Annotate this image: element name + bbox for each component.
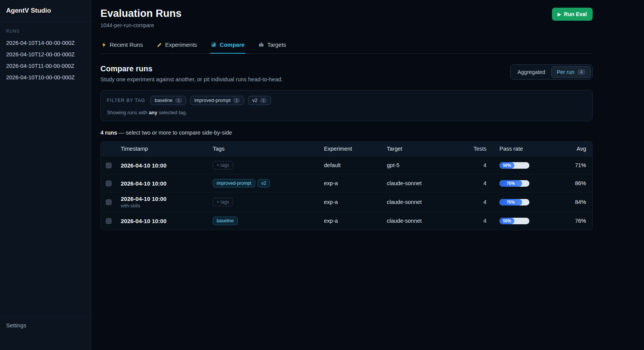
table-header-row: Timestamp Tags Experiment Target Tests P…	[101, 141, 592, 156]
sidebar: AgentV Studio RUNS 2026-04-10T14-00-00-0…	[0, 0, 91, 350]
tag-count-badge: 1	[233, 98, 240, 103]
row-checkbox[interactable]	[106, 163, 112, 168]
page-subtitle: 1044-per-run-compare	[100, 22, 182, 28]
filter-caption: Showing runs with any selected tag.	[107, 110, 586, 115]
app-title: AgentV Studio	[6, 7, 85, 15]
run-timestamp: 2026-04-10 10:00	[121, 180, 213, 187]
pass-rate-bar: 75%	[490, 180, 554, 187]
col-timestamp: Timestamp	[121, 146, 213, 152]
run-tests: 4	[468, 199, 490, 205]
runs-table: Timestamp Tags Experiment Target Tests P…	[100, 141, 593, 230]
tab-recent-runs[interactable]: Recent Runs	[100, 38, 144, 54]
tab-compare[interactable]: Compare	[210, 38, 245, 54]
table-row[interactable]: 2026-04-10 10:00 baseline exp-a claude-s…	[101, 212, 592, 230]
add-tags-button[interactable]: + tags	[213, 161, 233, 169]
run-experiment: default	[324, 162, 387, 168]
per-run-toggle-button[interactable]: Per run 4	[551, 66, 591, 78]
col-experiment: Experiment	[324, 146, 387, 152]
run-experiment: exp-a	[324, 199, 387, 205]
run-target: claude-sonnet	[387, 199, 468, 205]
pencil-icon	[157, 42, 162, 48]
run-tag-chip[interactable]: baseline	[213, 217, 238, 225]
per-run-label: Per run	[557, 69, 574, 75]
col-tests: Tests	[468, 146, 490, 152]
run-avg: 84%	[554, 199, 592, 205]
add-tags-button[interactable]: + tags	[213, 198, 233, 206]
per-run-count-badge: 4	[577, 69, 585, 75]
row-checkbox[interactable]	[106, 181, 112, 186]
run-experiment: exp-a	[324, 180, 387, 186]
filter-by-tag-label: FILTER BY TAG	[107, 98, 145, 103]
bar-chart-icon	[211, 42, 217, 48]
lightning-icon	[101, 42, 107, 48]
pass-rate-bar: 50%	[490, 218, 554, 224]
sidebar-run-item[interactable]: 2026-04-10T11-00-00-000Z	[0, 60, 91, 72]
run-avg: 86%	[554, 180, 592, 186]
pass-rate-label: 50%	[503, 163, 511, 168]
robot-icon	[258, 42, 264, 48]
runs-section-label: RUNS	[0, 22, 91, 37]
col-avg: Avg	[554, 146, 592, 152]
tag-label: improved-prompt	[194, 98, 230, 103]
run-avg: 71%	[554, 162, 592, 168]
play-icon: ▶	[558, 12, 561, 16]
view-mode-toggle: Aggregated Per run 4	[510, 64, 593, 80]
run-tag-chip[interactable]: improved-prompt	[213, 179, 255, 187]
filter-tag-v2[interactable]: v2 1	[248, 96, 271, 105]
sidebar-run-item[interactable]: 2026-04-10T10-00-00-000Z	[0, 72, 91, 83]
sidebar-item-settings[interactable]: Settings	[6, 322, 85, 329]
run-timestamp: 2026-04-10 10:00	[121, 162, 213, 169]
table-row[interactable]: 2026-04-10 10:00 + tags default gpt-5 4 …	[101, 156, 592, 174]
tab-label: Compare	[220, 41, 245, 48]
sidebar-run-item[interactable]: 2026-04-10T14-00-00-000Z	[0, 37, 91, 49]
aggregated-toggle-button[interactable]: Aggregated	[512, 66, 550, 78]
tab-bar: Recent Runs Experiments Compare Targets	[100, 38, 593, 54]
filter-tag-improved-prompt[interactable]: improved-prompt 1	[190, 96, 244, 105]
tab-label: Experiments	[165, 41, 197, 48]
tag-count-badge: 1	[175, 98, 182, 103]
run-target: claude-sonnet	[387, 180, 468, 186]
pass-rate-label: 50%	[503, 219, 511, 223]
tag-label: baseline	[154, 98, 172, 103]
compare-runs-heading: Compare runs	[100, 64, 283, 73]
runs-nav: 2026-04-10T14-00-00-000Z 2026-04-10T12-0…	[0, 37, 91, 83]
run-experiment: exp-a	[324, 218, 387, 224]
run-eval-button[interactable]: ▶ Run Eval	[552, 8, 593, 21]
tag-count-badge: 1	[260, 98, 267, 103]
run-tag-chip[interactable]: v2	[258, 179, 270, 187]
run-subtitle: with-skills	[121, 203, 213, 209]
tab-label: Targets	[267, 41, 286, 48]
col-target: Target	[387, 146, 468, 152]
run-timestamp: 2026-04-10 10:00	[121, 218, 213, 224]
run-timestamp: 2026-04-10 10:00	[121, 196, 213, 202]
run-target: claude-sonnet	[387, 218, 468, 224]
sidebar-header: AgentV Studio	[0, 0, 91, 22]
pass-rate-bar: 75%	[490, 199, 554, 205]
run-target: gpt-5	[387, 162, 468, 168]
run-tests: 4	[468, 162, 490, 168]
sidebar-footer: Settings	[0, 317, 91, 350]
page-title: Evaluation Runs	[100, 8, 182, 20]
run-tests: 4	[468, 180, 490, 186]
runs-summary: 4 runs — select two or more to compare s…	[100, 130, 593, 136]
col-tags: Tags	[213, 146, 324, 152]
row-checkbox[interactable]	[106, 199, 112, 205]
tab-experiments[interactable]: Experiments	[156, 38, 198, 54]
pass-rate-bar: 50%	[490, 162, 554, 169]
col-pass-rate: Pass rate	[490, 146, 554, 152]
filter-tag-baseline[interactable]: baseline 1	[150, 96, 186, 105]
table-row[interactable]: 2026-04-10 10:00 improved-prompt v2 exp-…	[101, 174, 592, 192]
run-avg: 76%	[554, 218, 592, 224]
sidebar-run-item[interactable]: 2026-04-10T12-00-00-000Z	[0, 49, 91, 60]
table-row[interactable]: 2026-04-10 10:00 with-skills + tags exp-…	[101, 192, 592, 212]
run-eval-label: Run Eval	[564, 11, 587, 17]
filter-panel: FILTER BY TAG baseline 1 improved-prompt…	[100, 90, 593, 121]
tab-label: Recent Runs	[110, 41, 143, 48]
tag-label: v2	[252, 98, 257, 103]
row-checkbox[interactable]	[106, 218, 112, 224]
main-area: Evaluation Runs 1044-per-run-compare ▶ R…	[91, 0, 644, 350]
compare-runs-description: Study one experiment against another, or…	[100, 76, 283, 82]
pass-rate-label: 75%	[507, 181, 515, 186]
tab-targets[interactable]: Targets	[258, 38, 287, 54]
run-tests: 4	[468, 218, 490, 224]
